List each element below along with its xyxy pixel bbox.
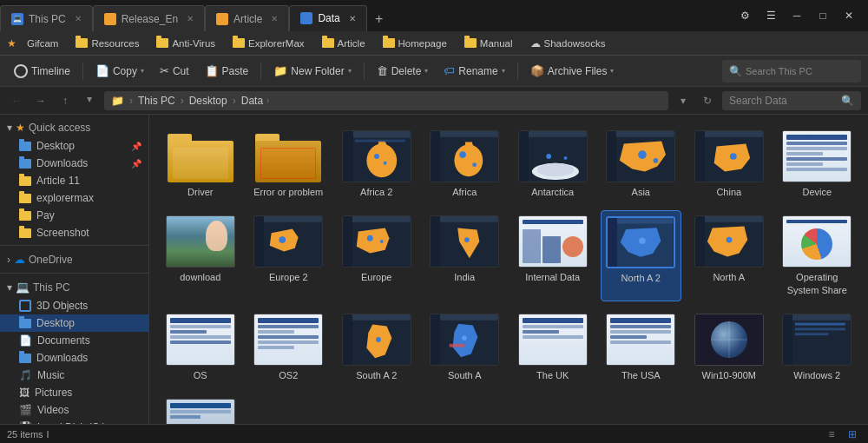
sidebar-section-quick-access[interactable]: ▾ ★ Quick access [0,118,148,137]
address-path[interactable]: 📁 › This PC › Desktop › Data › [104,91,668,110]
sidebar-item-pay[interactable]: Pay [0,207,148,224]
sidebar-section-this-pc[interactable]: ▾ 💻 This PC [0,277,148,297]
maximize-button[interactable]: □ [811,3,835,28]
file-item-error-problem[interactable]: Error or problem [248,125,330,203]
file-item-europe2[interactable]: Europe 2 [248,210,330,301]
bookmark-shadowsocks[interactable]: ☁ Shadowsocks [523,36,613,51]
sidebar-item-desktop-pc[interactable]: Desktop [0,314,148,332]
file-item-os[interactable]: OS [160,308,241,387]
search-box[interactable]: Search Data 🔍 [722,91,861,110]
minimize-button[interactable]: ─ [785,3,809,28]
sidebar-item-3d-objects[interactable]: 3D Objects [0,297,148,314]
tab-release-en[interactable]: Release_En ✕ [93,5,205,31]
sidebar-item-local-disk[interactable]: 💾 Local Disk (C:) [0,419,148,424]
new-tab-button[interactable]: + [367,7,391,31]
list-view-button[interactable]: ≡ [823,426,840,442]
india-thumb [430,215,499,268]
refresh-button[interactable]: ↻ [698,91,717,110]
file-item-driver[interactable]: Driver [160,125,241,203]
sidebar-item-desktop[interactable]: Desktop 📌 [0,137,148,155]
timeline-button[interactable]: Timeline [7,60,77,83]
sidebar-item-pictures[interactable]: 🖼 Pictures [0,384,148,401]
path-dropdown-button[interactable]: ▾ [674,91,693,110]
forward-button[interactable]: → [31,91,50,110]
tab-this-pc[interactable]: 💻 This PC ✕ [0,5,93,31]
file-item-internal-data[interactable]: Internal Data [512,210,594,301]
delete-button[interactable]: 🗑 Delete ▾ [370,60,436,83]
file-item-india[interactable]: India [424,210,506,301]
svg-point-51 [726,237,732,243]
file-item-device[interactable]: Device [777,125,858,203]
delete-dropdown-arrow[interactable]: ▾ [424,67,428,75]
tab-data[interactable]: Data ✕ [289,5,366,31]
file-item-south-a2[interactable]: South A 2 [336,308,418,387]
up-button2[interactable]: ▲ [80,91,99,110]
copy-button[interactable]: 📄 Copy ▾ [89,60,151,83]
up-button[interactable]: ↑ [56,91,75,110]
bookmark-gifcam[interactable]: Gifcam [20,36,65,50]
archive-dropdown-arrow[interactable]: ▾ [610,67,614,75]
file-item-asia[interactable]: Asia [601,125,682,203]
new-folder-button[interactable]: 📁 New Folder ▾ [266,60,358,83]
sidebar-item-downloads-pc[interactable]: Downloads [0,349,148,367]
sidebar-item-explorermax[interactable]: explorermax [0,189,148,207]
file-item-china[interactable]: China [688,125,770,203]
search-toolbar-button[interactable]: 🔍 Search This PC [722,60,861,83]
tab-icon-pc: 💻 [11,13,23,25]
bookmark-resources[interactable]: Resources [69,36,146,50]
file-area[interactable]: Driver Error or problem [149,115,868,424]
tab-close-release-en[interactable]: ✕ [187,14,194,23]
file-item-north-a2[interactable]: North A 2 [601,210,682,301]
back-button[interactable]: ← [7,91,26,110]
file-item-africa2[interactable]: Africa 2 [336,125,418,203]
file-item-windows2[interactable]: Windows 2 [777,308,858,387]
error-problem-label: Error or problem [253,186,323,198]
file-item-north-a[interactable]: North A [688,210,770,301]
file-item-europe[interactable]: Europe [336,210,418,301]
cut-button[interactable]: ✂ Cut [153,60,196,83]
bookmark-manual[interactable]: Manual [457,36,520,50]
file-item-africa[interactable]: Africa [424,125,506,203]
tab-close-data[interactable]: ✕ [349,14,356,23]
bookmark-article[interactable]: Article [315,36,372,50]
settings-button[interactable]: ⚙ [733,3,757,28]
sidebar-section-onedrive[interactable]: › ☁ OneDrive [0,249,148,269]
svg-rect-66 [795,333,829,335]
rename-dropdown-arrow[interactable]: ▾ [502,67,505,75]
tab-close-article[interactable]: ✕ [271,14,278,23]
menu-button[interactable]: ☰ [759,3,783,28]
file-item-win10[interactable]: Win10-900M [688,308,770,387]
tab-close-this-pc[interactable]: ✕ [75,14,82,23]
grid-view-button[interactable]: ⊞ [844,426,861,442]
sidebar-item-downloads[interactable]: Downloads 📌 [0,155,148,172]
newfolder-dropdown-arrow[interactable]: ▾ [348,67,352,75]
file-item-os2[interactable]: OS2 [248,308,330,387]
sidebar-item-documents[interactable]: 📄 Documents [0,332,148,349]
tab-article[interactable]: Article ✕ [205,5,289,31]
archive-button[interactable]: 📦 Archive Files ▾ [523,60,621,83]
file-item-download-pic[interactable]: download [160,210,241,301]
file-item-os-share[interactable]: Operating System Share [777,210,858,301]
bookmark-anti-virus[interactable]: Anti-Virus [149,36,222,50]
bookmark-homepage[interactable]: Homepage [376,36,454,50]
paste-button[interactable]: 📋 Paste [198,60,256,83]
file-item-antarctica[interactable]: Antarctica [512,125,594,203]
file-item-windows[interactable]: Windows [160,393,241,424]
close-button[interactable]: ✕ [837,3,861,28]
svg-rect-17 [519,131,529,182]
toolbar-sep-2 [260,63,261,80]
sidebar-item-screenshot[interactable]: Screenshot [0,224,148,241]
copy-dropdown-arrow[interactable]: ▾ [141,67,144,75]
rename-button[interactable]: 🏷 Rename ▾ [437,60,511,83]
sidebar-item-music[interactable]: 🎵 Music [0,367,148,384]
bookmark-resources-label: Resources [91,38,139,49]
svg-point-26 [654,158,659,163]
file-item-south-a[interactable]: South A [424,308,506,387]
sidebar-item-article11[interactable]: Article 11 [0,172,148,189]
file-item-the-usa[interactable]: The USA [601,308,682,387]
this-pc-chevron: ▾ [7,281,12,294]
search-toolbar-placeholder: Search This PC [746,66,812,76]
sidebar-item-videos[interactable]: 🎬 Videos [0,401,148,419]
bookmark-explorermax[interactable]: ExplorerMax [226,36,312,50]
file-item-the-uk[interactable]: The UK [512,308,594,387]
